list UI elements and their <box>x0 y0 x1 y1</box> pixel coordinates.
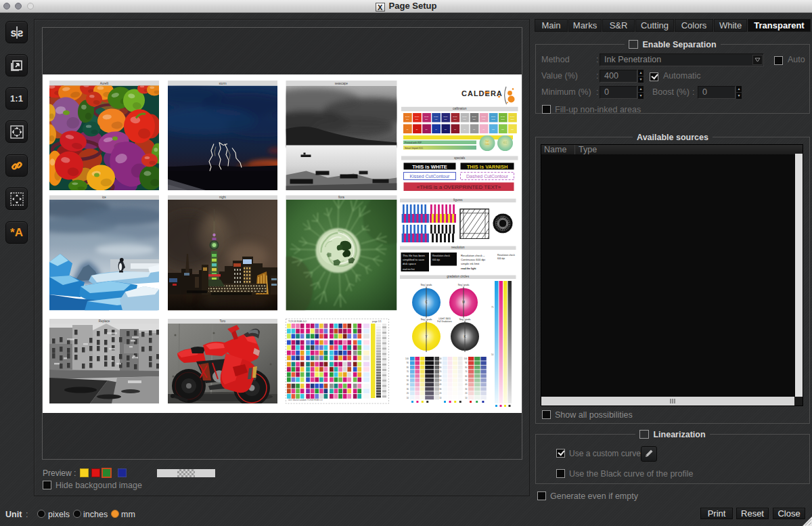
svg-text:Smart Import ICC: Smart Import ICC <box>405 147 424 150</box>
svg-text:50: 50 <box>465 379 468 382</box>
svg-text:80: 80 <box>407 366 409 369</box>
svg-text:figures: figures <box>453 198 463 202</box>
svg-text:disk space: disk space <box>403 262 416 265</box>
svg-text:50: 50 <box>439 379 442 382</box>
svg-text:40: 40 <box>465 383 468 386</box>
svg-text:read the light: read the light <box>461 267 476 270</box>
svg-text:1100: 1100 <box>501 118 505 120</box>
svg-text:90: 90 <box>439 361 442 364</box>
svg-text:i1iO 16x14 random TC918 RGB 1.: i1iO 16x14 random TC918 RGB 1.0 <box>288 399 323 401</box>
svg-text:50: 50 <box>491 353 494 356</box>
svg-text:60: 60 <box>465 375 468 378</box>
svg-text:600 dpi: 600 dpi <box>497 257 505 260</box>
svg-text:M: M <box>462 301 465 304</box>
svg-text:flora: flora <box>338 196 344 199</box>
svg-text:s: s <box>17 27 23 39</box>
svg-text:1000: 1000 <box>491 118 495 120</box>
svg-text:20: 20 <box>439 392 442 395</box>
svg-text:90: 90 <box>465 361 468 364</box>
svg-text:Resolution check: Resolution check <box>432 255 450 257</box>
svg-text:night: night <box>219 196 227 199</box>
svg-text:600 dpi: 600 dpi <box>432 259 440 261</box>
svg-text:Resolution check –: Resolution check – <box>461 254 485 257</box>
svg-text:«THIS is a OVERPRINTED TEXT»: «THIS is a OVERPRINTED TEXT» <box>417 184 501 190</box>
svg-text:seascape: seascape <box>335 82 348 85</box>
svg-text:gradation circles: gradation circles <box>447 275 470 278</box>
svg-text:THIS is VARNISH: THIS is VARNISH <box>467 164 508 170</box>
svg-text:Y: Y <box>425 335 427 338</box>
svg-text:10: 10 <box>465 397 468 399</box>
svg-text:10: 10 <box>407 397 409 399</box>
svg-text:10: 10 <box>439 397 442 399</box>
svg-text:Toro: Toro <box>220 320 226 323</box>
svg-text:500: 500 <box>444 118 447 120</box>
svg-text:40: 40 <box>407 383 409 386</box>
svg-text:20: 20 <box>465 392 468 395</box>
svg-text:80: 80 <box>439 366 442 369</box>
svg-text:Dashed CutContour: Dashed CutContour <box>466 174 509 179</box>
svg-text:60: 60 <box>407 375 409 378</box>
svg-text:70: 70 <box>439 370 442 373</box>
svg-text:K: K <box>464 335 466 338</box>
svg-text:50: 50 <box>407 379 409 382</box>
svg-text:30: 30 <box>439 388 442 391</box>
svg-text:ICC: ICC <box>503 141 507 144</box>
svg-text:90: 90 <box>407 361 409 364</box>
svg-text:900: 900 <box>482 118 486 120</box>
svg-text:1200: 1200 <box>510 118 514 120</box>
svg-text:100: 100 <box>464 357 467 360</box>
svg-text:simple ink limit: simple ink limit <box>461 262 480 265</box>
svg-text:Replace: Replace <box>99 320 110 323</box>
svg-text:read me first: read me first <box>403 268 415 271</box>
svg-text:100: 100 <box>492 129 495 131</box>
svg-text:simplified to save: simplified to save <box>403 258 425 261</box>
svg-text:30: 30 <box>465 388 468 391</box>
svg-text:Kissed CutContour: Kissed CutContour <box>410 174 450 179</box>
svg-text:20: 20 <box>407 392 409 395</box>
svg-text:800: 800 <box>473 118 476 120</box>
svg-text:Color: Color <box>485 143 490 146</box>
svg-text:Neg | grada: Neg | grada <box>458 284 470 286</box>
svg-text:110: 110 <box>501 129 504 131</box>
svg-text:Resolution check: Resolution check <box>497 254 515 257</box>
svg-text:Neg | grada: Neg | grada <box>459 318 471 321</box>
svg-text:Aurelli: Aurelli <box>100 82 109 85</box>
svg-text:300: 300 <box>425 118 428 120</box>
svg-text:resolution: resolution <box>451 246 465 249</box>
svg-text:specials: specials <box>454 156 466 160</box>
svg-text:calibration: calibration <box>453 107 467 110</box>
svg-text:70: 70 <box>407 370 409 373</box>
svg-text:80: 80 <box>465 366 468 369</box>
svg-text:Neg | grada: Neg | grada <box>421 284 432 286</box>
svg-text:storm: storm <box>219 82 227 85</box>
svg-text:120: 120 <box>511 129 514 131</box>
svg-text:700: 700 <box>464 118 467 120</box>
svg-text:page 1/1: page 1/1 <box>372 320 382 323</box>
svg-text:400: 400 <box>434 118 438 120</box>
svg-text:75: 75 <box>491 306 494 309</box>
svg-text:Neg | grada: Neg | grada <box>421 318 432 321</box>
svg-text:This file has been: This file has been <box>403 254 425 257</box>
svg-text:100: 100 <box>438 357 441 360</box>
svg-text:THIS is WHITE: THIS is WHITE <box>412 164 447 170</box>
svg-text:70: 70 <box>465 370 468 373</box>
svg-text:200: 200 <box>415 118 419 120</box>
svg-text:CALDERA: CALDERA <box>461 89 503 97</box>
svg-text:Printed with RIP: Printed with RIP <box>405 141 422 144</box>
svg-text:100: 100 <box>405 357 409 360</box>
svg-text:30: 30 <box>407 388 409 391</box>
svg-text:600: 600 <box>454 118 457 120</box>
svg-text:ice: ice <box>102 196 106 199</box>
svg-text:60: 60 <box>439 375 442 378</box>
svg-text:Continuous 600 dpi: Continuous 600 dpi <box>461 258 485 261</box>
svg-text:100: 100 <box>406 118 409 120</box>
svg-text:TC9.18 RGB i1iO: TC9.18 RGB i1iO <box>288 320 307 323</box>
svg-text:s: s <box>10 27 16 39</box>
svg-text:40: 40 <box>439 383 442 386</box>
svg-text:Full Gradations: Full Gradations <box>437 320 452 323</box>
